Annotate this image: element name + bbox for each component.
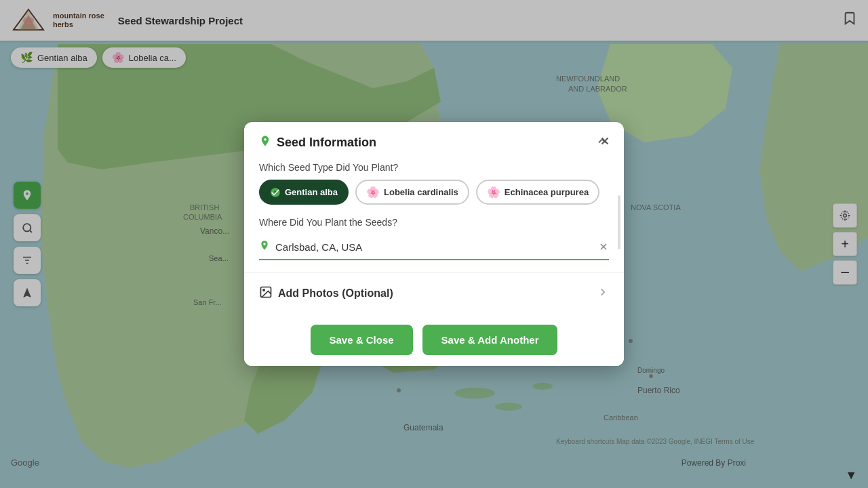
seed-type-options: Gentian alba 🌸 Lobelia cardinalis 🌸 Echi…: [259, 180, 609, 205]
photos-section[interactable]: Add Photos (Optional): [244, 273, 624, 314]
location-input[interactable]: [275, 241, 593, 253]
scroll-indicator: [618, 195, 620, 249]
modal-dialog: Seed Information Which Seed Type Did You…: [244, 122, 624, 366]
location-field-icon: [259, 240, 270, 253]
modal-overlay: Seed Information Which Seed Type Did You…: [0, 0, 868, 488]
seed-type-echinacea[interactable]: 🌸 Echinacea purpurea: [476, 180, 599, 205]
modal-close-button[interactable]: [595, 131, 614, 150]
svg-point-38: [263, 289, 265, 291]
seed-type-gentian[interactable]: Gentian alba: [259, 180, 349, 205]
photos-label: Add Photos (Optional): [278, 287, 393, 300]
clear-location-button[interactable]: [598, 241, 609, 252]
chevron-right-icon: [597, 286, 609, 301]
location-question: Where Did You Plant the Seeds?: [259, 217, 609, 228]
seed-type-lobelia[interactable]: 🌸 Lobelia cardinalis: [355, 180, 469, 205]
lobelia-btn-icon: 🌸: [366, 186, 380, 199]
seed-info-title: Seed Information: [259, 135, 376, 150]
save-add-another-button[interactable]: Save & Add Another: [422, 325, 558, 355]
location-pin-icon: [259, 135, 271, 150]
save-close-button[interactable]: Save & Close: [311, 325, 413, 355]
modal-body[interactable]: Seed Information Which Seed Type Did You…: [244, 122, 624, 314]
seed-info-section: Seed Information Which Seed Type Did You…: [244, 122, 624, 273]
photos-icon: [259, 285, 273, 302]
seed-type-question: Which Seed Type Did You Plant?: [259, 162, 609, 173]
photos-section-left: Add Photos (Optional): [259, 285, 393, 302]
seed-info-header: Seed Information: [259, 134, 609, 151]
echinacea-btn-icon: 🌸: [487, 186, 500, 199]
location-field: [259, 235, 609, 260]
modal-footer: Save & Close Save & Add Another: [244, 314, 624, 366]
